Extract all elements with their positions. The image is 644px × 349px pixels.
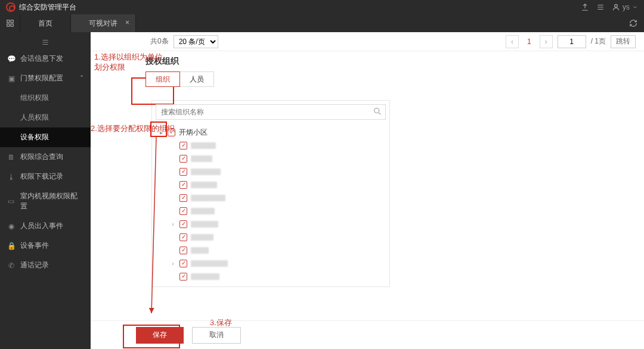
chevron-right-icon[interactable]: › [170,221,176,228]
sidebar-item-label: 权限综合查询 [20,152,63,162]
cancel-button[interactable]: 取消 [192,327,241,344]
sidebar-sub-person[interactable]: 人员权限 [0,108,91,127]
svg-rect-3 [7,24,9,26]
tab-strip: 首页 可视对讲 × [0,14,644,32]
sidebar-item-label: 会话信息下发 [20,54,63,64]
sidebar-item-label: 设备事件 [20,241,49,251]
chevron-up-icon: ˄ [80,74,83,83]
tree-node[interactable]: › [156,217,386,230]
lock-icon: 🔒 [7,242,16,250]
total-pages: / 1页 [591,36,606,46]
sidebar-item-label: 通话记录 [20,260,49,270]
checkbox[interactable] [179,181,187,189]
checkbox[interactable] [168,129,175,136]
sidebar: 💬 会话信息下发 ▣ 门禁权限配置 ˄ 组织权限 人员权限 设备权限 🗎 权限综… [0,32,91,349]
user-menu[interactable]: ys [612,3,638,11]
seg-org[interactable]: 组织 [145,71,180,87]
main-content: 共0条 20 条/页 ‹ 1 › / 1页 跳转 1.选择以组织为单位划分权限 … [91,32,644,349]
tree-node[interactable] [156,165,386,178]
sidebar-item-label: 人员出入事件 [20,221,63,231]
page-input[interactable] [558,35,586,48]
current-page: 1 [524,38,535,46]
sidebar-sub-device[interactable]: 设备权限 [0,127,91,147]
refresh-icon[interactable] [623,14,644,32]
chevron-right-icon[interactable]: › [170,260,176,267]
tree-node[interactable] [156,152,386,165]
svg-rect-1 [7,20,9,23]
tab-home[interactable]: 首页 [20,14,71,32]
svg-point-5 [374,108,379,113]
phone-icon: ✆ [7,261,16,270]
next-page-button[interactable]: › [540,35,553,48]
sidebar-item-event[interactable]: ◉ 人员出入事件 [0,216,91,236]
app-logo-icon [6,2,16,12]
checkbox[interactable] [179,155,187,163]
tab-video-label: 可视对讲 [89,18,117,29]
checkbox[interactable] [179,273,187,281]
title-bar: 综合安防管理平台 ys [0,0,644,14]
jump-button[interactable]: 跳转 [611,35,636,48]
checkbox[interactable] [179,142,187,149]
seg-person[interactable]: 人员 [179,71,214,87]
sidebar-item-call[interactable]: ✆ 通话记录 [0,255,91,275]
footer-bar: 保存 取消 [91,320,644,349]
checkbox[interactable] [179,220,187,228]
pagination-bar: 共0条 20 条/页 ‹ 1 › / 1页 跳转 [91,32,644,51]
org-tree: ▸ 开炳小区 › › [156,126,386,283]
checkbox[interactable] [179,207,187,215]
search-input[interactable] [156,104,386,120]
tree-node[interactable] [156,139,386,152]
svg-rect-4 [11,24,13,26]
tree-node[interactable]: › [156,257,386,270]
tab-video-intercom[interactable]: 可视对讲 × [71,14,136,32]
sidebar-item-session[interactable]: 💬 会话信息下发 [0,49,91,68]
user-name: ys [623,3,630,11]
app-title: 综合安防管理平台 [19,2,76,13]
tree-root[interactable]: ▸ 开炳小区 [156,126,386,139]
tree-node[interactable] [156,178,386,191]
checkbox[interactable] [179,260,187,267]
sidebar-item-label: 权限下载记录 [20,172,63,182]
search-doc-icon: 🗎 [7,153,16,161]
svg-point-0 [615,4,618,7]
sidebar-sub-org[interactable]: 组织权限 [0,88,91,108]
sidebar-item-query[interactable]: 🗎 权限综合查询 [0,147,91,167]
checkbox[interactable] [179,233,187,241]
section-title: 授权组织 [145,56,634,67]
download-icon: ⭳ [7,173,16,181]
monitor-icon: ▭ [7,197,16,205]
page-size-select[interactable]: 20 条/页 [174,35,218,48]
sidebar-item-label: 门禁权限配置 [20,73,63,83]
org-selector-box: ▸ 开炳小区 › › [151,100,390,287]
tree-node[interactable] [156,230,386,244]
tree-root-label: 开炳小区 [179,127,208,138]
sidebar-item-download[interactable]: ⭳ 权限下载记录 [0,167,91,186]
sidebar-item-label: 室内机视频权限配置 [20,191,83,211]
checkbox[interactable] [179,247,187,254]
door-icon: ▣ [7,74,16,83]
app-launcher-icon[interactable] [0,14,20,32]
checkbox[interactable] [179,194,187,202]
collapse-sidebar-icon[interactable] [0,36,91,49]
tree-node[interactable] [156,270,386,283]
person-icon: ◉ [7,222,16,230]
save-button[interactable]: 保存 [136,327,184,344]
tree-node[interactable] [156,244,386,257]
sidebar-item-indoor[interactable]: ▭ 室内机视频权限配置 [0,186,91,216]
total-count: 共0条 [150,36,169,46]
export-icon[interactable] [581,3,589,11]
sidebar-item-devevt[interactable]: 🔒 设备事件 [0,236,91,255]
close-icon[interactable]: × [125,18,129,27]
search-icon[interactable] [373,107,382,118]
tree-node[interactable] [156,191,386,204]
chevron-right-icon[interactable]: ▸ [158,129,164,136]
chat-icon: 💬 [7,55,16,63]
tab-home-label: 首页 [38,18,52,29]
list-icon[interactable] [596,3,605,11]
prev-page-button[interactable]: ‹ [506,35,519,48]
sidebar-item-access[interactable]: ▣ 门禁权限配置 ˄ [0,68,91,88]
svg-rect-2 [11,20,13,23]
tree-node[interactable] [156,204,386,217]
checkbox[interactable] [179,168,187,176]
